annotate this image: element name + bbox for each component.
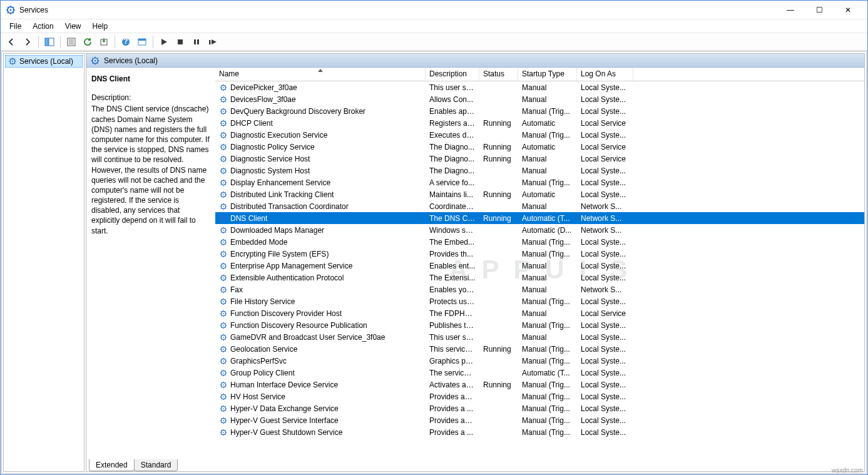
service-desc: This user se... xyxy=(426,83,479,92)
service-logon: Local Syste... xyxy=(577,131,633,140)
service-row[interactable]: Enterprise App Management ServiceEnables… xyxy=(215,260,864,272)
client-area: Services (Local) Services (Local) DNS Cl… xyxy=(1,51,867,474)
list-rows[interactable]: DevicePicker_3f0aeThis user se...ManualL… xyxy=(215,81,864,471)
svg-point-30 xyxy=(223,135,224,136)
service-row[interactable]: FaxEnables you...ManualNetwork S... xyxy=(215,283,864,295)
minimize-button[interactable]: — xyxy=(776,1,805,19)
service-row[interactable]: Display Enhancement ServiceA service fo.… xyxy=(215,176,864,188)
service-desc: Publishes th... xyxy=(426,321,479,330)
toolbar-help2-button[interactable] xyxy=(135,34,150,49)
service-row[interactable]: Distributed Link Tracking ClientMaintain… xyxy=(215,188,864,200)
toolbar-forward-button[interactable] xyxy=(20,34,35,49)
service-name: Diagnostic Execution Service xyxy=(230,131,327,140)
gear-icon xyxy=(90,56,100,66)
toolbar-back-button[interactable] xyxy=(4,34,19,49)
service-logon: Local Syste... xyxy=(577,273,633,282)
gear-icon xyxy=(219,131,228,140)
svg-point-52 xyxy=(223,265,224,267)
gear-icon xyxy=(219,119,228,128)
column-header-status[interactable]: Status xyxy=(479,68,518,81)
service-startup: Automatic xyxy=(518,143,577,151)
selected-service-name: DNS Client xyxy=(91,74,210,84)
service-row[interactable]: Hyper-V Data Exchange ServiceProvides a … xyxy=(215,402,864,414)
service-row[interactable]: Diagnostic Service HostThe Diagno...Runn… xyxy=(215,153,864,165)
detail-pane: DNS Client Description: The DNS Client s… xyxy=(86,68,215,471)
service-row[interactable]: Downloaded Maps ManagerWindows se...Auto… xyxy=(215,224,864,236)
service-row[interactable]: DevQuery Background Discovery BrokerEnab… xyxy=(215,105,864,117)
toolbar-stop-button[interactable] xyxy=(173,34,188,49)
service-row[interactable]: DNS ClientThe DNS Cli...RunningAutomatic… xyxy=(215,212,864,224)
service-row[interactable]: Hyper-V Guest Service InterfaceProvides … xyxy=(215,414,864,426)
menu-action[interactable]: Action xyxy=(28,21,58,32)
gear-icon xyxy=(219,262,228,270)
column-header-startup-type[interactable]: Startup Type xyxy=(518,68,577,81)
tree-item-services-local[interactable]: Services (Local) xyxy=(5,55,83,68)
service-row[interactable]: Function Discovery Provider HostThe FDPH… xyxy=(215,307,864,319)
service-row[interactable]: DevicesFlow_3f0aeAllows Con...ManualLoca… xyxy=(215,93,864,105)
menu-help[interactable]: Help xyxy=(88,21,113,32)
tab-extended[interactable]: Extended xyxy=(89,459,135,471)
service-name: HV Host Service xyxy=(230,392,285,401)
service-name: Diagnostic Service Host xyxy=(230,155,310,163)
svg-point-62 xyxy=(223,325,224,326)
gear-icon xyxy=(219,321,228,330)
column-header-name[interactable]: Name xyxy=(215,68,426,81)
svg-point-28 xyxy=(223,123,224,124)
service-row[interactable]: Diagnostic Policy ServiceThe Diagno...Ru… xyxy=(215,141,864,153)
service-logon: Local Syste... xyxy=(577,381,633,389)
service-row[interactable]: Diagnostic System HostThe Diagno...Manua… xyxy=(215,165,864,176)
gear-icon xyxy=(219,250,228,258)
service-row[interactable]: Embedded ModeThe Embed...Manual (Trig...… xyxy=(215,236,864,248)
menubar: FileActionViewHelp xyxy=(1,19,867,33)
service-row[interactable]: GameDVR and Broadcast User Service_3f0ae… xyxy=(215,331,864,343)
service-logon: Local Syste... xyxy=(577,107,633,116)
gear-icon xyxy=(219,333,228,342)
toolbar-play-button[interactable] xyxy=(156,34,171,49)
toolbar-properties-button[interactable] xyxy=(64,34,79,49)
svg-point-58 xyxy=(223,301,224,302)
service-desc: Protects use... xyxy=(426,297,479,306)
service-startup: Manual (Trig... xyxy=(518,297,577,306)
service-row[interactable]: Encrypting File System (EFS)Provides th.… xyxy=(215,248,864,260)
toolbar-help-button[interactable]: ? xyxy=(118,34,133,49)
service-name: Display Enhancement Service xyxy=(230,178,330,187)
column-header-description[interactable]: Description xyxy=(426,68,479,81)
service-startup: Automatic (D... xyxy=(518,226,577,235)
service-row[interactable]: HV Host ServiceProvides an ...Manual (Tr… xyxy=(215,391,864,402)
service-logon: Local Syste... xyxy=(577,345,633,354)
service-row[interactable]: GraphicsPerfSvcGraphics pe...Manual (Tri… xyxy=(215,355,864,367)
toolbar-restart-button[interactable] xyxy=(205,34,220,49)
service-row[interactable]: File History ServiceProtects use...Manua… xyxy=(215,295,864,307)
toolbar-refresh-button[interactable] xyxy=(80,34,95,49)
service-name: DevQuery Background Discovery Broker xyxy=(230,107,365,116)
toolbar-show-hide-button[interactable] xyxy=(42,34,57,49)
service-row[interactable]: Geolocation ServiceThis service ...Runni… xyxy=(215,343,864,355)
close-button[interactable]: ✕ xyxy=(834,1,862,19)
service-name: Distributed Link Tracking Client xyxy=(230,190,334,199)
gear-icon xyxy=(219,404,228,413)
service-name: DevicesFlow_3f0ae xyxy=(230,95,296,104)
service-row[interactable]: Hyper-V Guest Shutdown ServiceProvides a… xyxy=(215,426,864,438)
gear-icon xyxy=(219,297,228,306)
menu-file[interactable]: File xyxy=(4,21,26,32)
service-row[interactable]: Group Policy ClientThe service ...Automa… xyxy=(215,367,864,379)
maximize-button[interactable]: ☐ xyxy=(805,1,834,19)
toolbar-pause-button[interactable] xyxy=(189,34,204,49)
footer-note: wsxdn.com xyxy=(832,467,863,474)
service-row[interactable]: DevicePicker_3f0aeThis user se...ManualL… xyxy=(215,81,864,93)
service-name: Hyper-V Guest Shutdown Service xyxy=(230,428,342,437)
tab-standard[interactable]: Standard xyxy=(134,459,178,471)
service-row[interactable]: Function Discovery Resource PublicationP… xyxy=(215,319,864,331)
svg-rect-12 xyxy=(138,39,146,41)
toolbar-export-button[interactable] xyxy=(96,34,111,49)
back-icon xyxy=(7,38,16,46)
service-row[interactable]: Human Interface Device ServiceActivates … xyxy=(215,379,864,391)
service-desc: Provides a ... xyxy=(426,428,479,437)
service-row[interactable]: Distributed Transaction CoordinatorCoord… xyxy=(215,200,864,212)
service-row[interactable]: Diagnostic Execution ServiceExecutes dia… xyxy=(215,129,864,141)
service-desc: Provides a ... xyxy=(426,404,479,413)
column-header-log-on-as[interactable]: Log On As xyxy=(577,68,633,81)
menu-view[interactable]: View xyxy=(60,21,86,32)
service-row[interactable]: Extensible Authentication ProtocolThe Ex… xyxy=(215,272,864,283)
service-row[interactable]: DHCP ClientRegisters an...RunningAutomat… xyxy=(215,117,864,129)
